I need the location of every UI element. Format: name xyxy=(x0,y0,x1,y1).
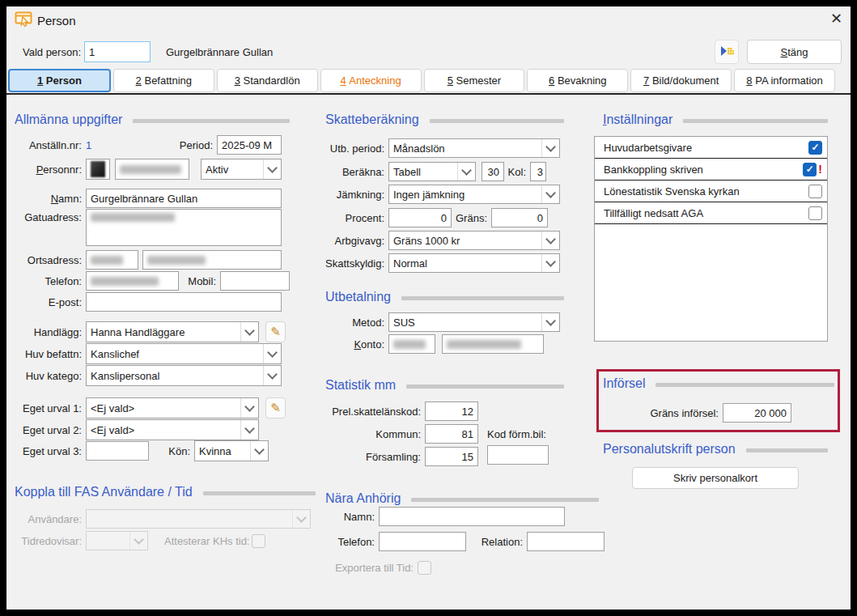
section-utbetalning: Utbetalning xyxy=(325,289,564,305)
telefon-field[interactable] xyxy=(86,271,179,291)
grans-inforsel-label: Gräns införsel: xyxy=(603,407,723,419)
berakna-dropdown[interactable]: Tabell xyxy=(388,162,476,181)
metod-dropdown[interactable]: SUS xyxy=(388,312,560,332)
section-rule xyxy=(406,384,564,389)
huvkatego-label: Huv katego: xyxy=(15,370,86,382)
grans-field[interactable]: 0 xyxy=(491,208,548,227)
skattskyldig-dropdown[interactable]: Normal xyxy=(388,253,560,273)
tab-semester[interactable]: 5 Semester xyxy=(424,69,525,92)
jamkning-dropdown[interactable]: Ingen jämkning xyxy=(388,185,560,204)
photo-button[interactable] xyxy=(86,159,110,180)
person-window: Person ✕ Vald person: 1 Gurgelbrännare G… xyxy=(6,6,851,610)
photo-thumbnail xyxy=(91,161,105,177)
window-frame: Person ✕ Vald person: 1 Gurgelbrännare G… xyxy=(0,0,857,616)
period-field[interactable]: 2025-09 M xyxy=(217,135,282,155)
huvkatego-dropdown[interactable]: Kanslipersonal xyxy=(86,365,282,386)
kommun-field[interactable]: 81 xyxy=(425,424,478,444)
konto-nummer-field[interactable] xyxy=(442,334,544,354)
section-inforsel: Införsel xyxy=(603,376,834,392)
tab-anteckning[interactable]: 4 Anteckning xyxy=(320,69,422,92)
list-item-bankkoppling[interactable]: Bankkoppling skriven ✓ ! xyxy=(595,159,827,181)
chevron-down-icon xyxy=(250,441,268,461)
procent-label: Procent: xyxy=(320,212,388,224)
egeturval2-dropdown[interactable]: <Ej vald> xyxy=(86,419,259,440)
huvbefattn-dropdown[interactable]: Kanslichef xyxy=(86,343,282,364)
kol-field[interactable]: 3 xyxy=(530,162,546,181)
egeturval1-dropdown[interactable]: <Ej vald> xyxy=(86,397,259,418)
egeturval3-field[interactable] xyxy=(86,441,149,461)
lonestatistik-checkbox[interactable] xyxy=(808,185,822,198)
anstallnnr-label: Anställn.nr: xyxy=(15,139,86,151)
postnr-field[interactable] xyxy=(86,250,138,270)
person-form-icon xyxy=(15,11,33,32)
exportera-checkbox xyxy=(418,561,431,575)
tab-befattning[interactable]: 2 Befattning xyxy=(113,69,214,92)
tab-bild-dokument[interactable]: 7 Bild/dokument xyxy=(630,69,732,92)
anhorig-namn-field[interactable] xyxy=(379,507,565,526)
chevron-down-icon xyxy=(240,322,258,342)
nedsatt-aga-checkbox[interactable] xyxy=(808,206,822,220)
tab-bevakning[interactable]: 6 Bevakning xyxy=(527,69,628,92)
prel-label: Prel.skattelänskod: xyxy=(320,406,425,418)
chevron-down-icon xyxy=(263,159,281,179)
chevron-down-icon xyxy=(129,532,147,550)
status-dropdown[interactable]: Aktiv xyxy=(201,159,282,180)
section-allmanna-uppgifter: Allmänna uppgifter xyxy=(15,112,290,128)
mobil-field[interactable] xyxy=(220,271,290,291)
tab-standardlon[interactable]: 3 Standardlön xyxy=(217,69,318,92)
tidredovisar-label: Tidredovisar: xyxy=(15,535,86,547)
egeturval1-edit-button[interactable]: ✎ xyxy=(265,397,286,418)
run-button[interactable] xyxy=(715,40,739,64)
utbperiod-dropdown[interactable]: Månadslön xyxy=(388,138,560,158)
skriv-personalkort-button[interactable]: Skriv personalkort xyxy=(632,467,799,489)
pencil-icon: ✎ xyxy=(270,325,281,339)
anhorig-telefon-field[interactable] xyxy=(379,532,466,551)
vald-person-input[interactable]: 1 xyxy=(84,41,151,62)
check-icon: ✓ xyxy=(806,164,814,175)
huvbefattn-label: Huv befattn: xyxy=(15,348,86,360)
check-icon: ✓ xyxy=(811,142,819,153)
chevron-down-icon xyxy=(457,163,475,181)
arbgivavg-dropdown[interactable]: Gräns 1000 kr xyxy=(388,231,560,250)
konto-clearing-field[interactable] xyxy=(388,334,435,354)
stang-button[interactable]: Stäng xyxy=(747,40,842,64)
list-item-lonestatistik[interactable]: Lönestatistik Svenska kyrkan xyxy=(595,181,827,202)
namn-label: Namn: xyxy=(15,193,86,205)
tab-pa-information[interactable]: 8 PA information xyxy=(734,69,835,92)
period-label: Period: xyxy=(168,139,217,151)
grans-inforsel-field[interactable]: 20 000 xyxy=(723,403,791,423)
handlagg-edit-button[interactable]: ✎ xyxy=(265,321,286,342)
gatuadress-field[interactable] xyxy=(86,209,282,246)
ort-field[interactable] xyxy=(142,250,282,270)
personnr-field[interactable] xyxy=(115,159,189,180)
tabellnr-field[interactable]: 30 xyxy=(482,162,504,181)
gatuadress-label: Gatuadress: xyxy=(15,209,86,223)
relation-label: Relation: xyxy=(481,536,527,548)
anhorig-namn-label: Namn: xyxy=(320,511,379,523)
handlagg-dropdown[interactable]: Hanna Handläggare xyxy=(86,321,259,342)
huvudarbetsgivare-checkbox[interactable]: ✓ xyxy=(808,141,822,155)
anvandare-label: Användare: xyxy=(15,513,86,525)
tab-person[interactable]: 1 Person xyxy=(8,69,111,92)
forsamling-label: Församling: xyxy=(320,451,425,463)
close-icon[interactable]: ✕ xyxy=(830,10,842,28)
prel-field[interactable]: 12 xyxy=(425,401,478,421)
metod-label: Metod: xyxy=(320,316,388,329)
namn-field[interactable]: Gurgelbrännare Gullan xyxy=(86,189,282,208)
section-nara-anhorig: Nära Anhörig xyxy=(325,491,599,507)
section-rule xyxy=(401,296,564,300)
list-item-nedsatt-aga[interactable]: Tillfälligt nedsatt AGA xyxy=(595,202,827,224)
kon-dropdown[interactable]: Kvinna xyxy=(194,440,269,461)
relation-field[interactable] xyxy=(527,532,605,551)
bankkoppling-checkbox[interactable]: ✓ xyxy=(803,163,817,176)
person-name: Gurgelbrännare Gullan xyxy=(166,46,273,58)
grans-label: Gräns: xyxy=(455,212,491,224)
procent-field[interactable]: 0 xyxy=(388,208,452,227)
tidredovisar-dropdown xyxy=(86,531,148,550)
forsamling-field[interactable]: 15 xyxy=(425,447,478,466)
chevron-down-icon xyxy=(240,398,258,418)
chevron-down-icon xyxy=(292,510,310,528)
list-item-huvudarbetsgivare[interactable]: Huvudarbetsgivare ✓ xyxy=(595,137,827,159)
tab-strip-divider xyxy=(6,93,851,95)
epost-field[interactable] xyxy=(86,292,282,312)
